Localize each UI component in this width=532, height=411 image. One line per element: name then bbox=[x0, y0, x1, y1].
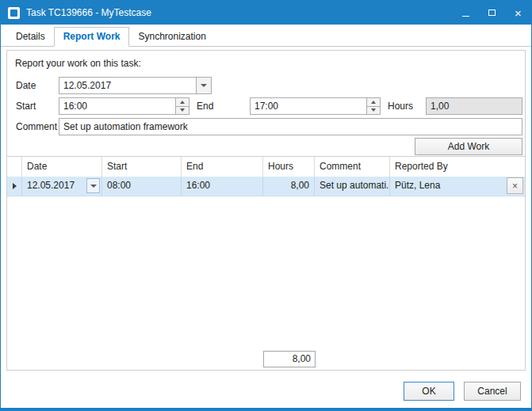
start-spin-buttons bbox=[175, 98, 189, 114]
tab-details[interactable]: Details bbox=[7, 28, 54, 46]
window-title: Task TC139666 - MyTestcase bbox=[26, 7, 151, 18]
grid-header: Date Start End Hours Comment Reported By bbox=[7, 157, 525, 177]
hours-field bbox=[426, 97, 522, 115]
spin-down-icon bbox=[180, 108, 185, 112]
comment-label: Comment bbox=[16, 121, 57, 132]
date-input[interactable] bbox=[59, 78, 196, 93]
start-spin-down[interactable] bbox=[176, 106, 189, 115]
hours-label: Hours bbox=[388, 101, 413, 112]
spin-up-icon bbox=[371, 101, 376, 104]
end-spin-up[interactable] bbox=[367, 98, 380, 106]
column-header-start[interactable]: Start bbox=[102, 157, 182, 177]
row-date-dropdown-button[interactable] bbox=[86, 178, 100, 193]
close-button[interactable]: × bbox=[505, 1, 531, 25]
minimize-icon bbox=[462, 16, 469, 17]
column-header-end[interactable]: End bbox=[182, 157, 263, 177]
end-spin-down[interactable] bbox=[367, 106, 380, 115]
cell-date-value: 12.05.2017 bbox=[27, 180, 75, 191]
spin-up-icon bbox=[180, 101, 185, 104]
end-input[interactable] bbox=[251, 98, 366, 114]
cancel-button[interactable]: Cancel bbox=[464, 382, 521, 401]
maximize-button[interactable] bbox=[479, 1, 505, 25]
cell-reported-by-value: Pütz, Lena bbox=[395, 180, 440, 191]
end-label: End bbox=[197, 101, 213, 112]
date-dropdown-button[interactable] bbox=[196, 78, 211, 93]
tab-strip: Details Report Work Synchronization bbox=[1, 25, 531, 47]
titlebar: Task TC139666 - MyTestcase × bbox=[1, 1, 531, 25]
maximize-icon bbox=[488, 10, 496, 16]
cell-start: 08:00 bbox=[102, 177, 182, 196]
end-spin-buttons bbox=[366, 98, 380, 114]
summary-hours-total: 8,00 bbox=[263, 351, 316, 367]
minimize-button[interactable] bbox=[453, 1, 479, 25]
column-header-reported-by[interactable]: Reported By bbox=[390, 157, 525, 177]
report-work-panel: Report your work on this task: Date Star… bbox=[6, 50, 526, 157]
ok-button[interactable]: OK bbox=[404, 382, 454, 401]
start-spin-up[interactable] bbox=[176, 98, 189, 106]
row-indicator-header bbox=[7, 157, 22, 177]
end-spinner bbox=[250, 97, 381, 115]
work-grid: Date Start End Hours Comment Reported By… bbox=[6, 157, 526, 371]
task-dialog: Task TC139666 - MyTestcase × Details Rep… bbox=[0, 0, 532, 411]
date-label: Date bbox=[16, 80, 36, 91]
close-icon: × bbox=[515, 7, 522, 19]
add-work-button[interactable]: Add Work bbox=[415, 138, 522, 155]
cell-reported-by: Pütz, Lena × bbox=[390, 177, 525, 196]
row-arrow-icon bbox=[13, 183, 17, 189]
row-indicator bbox=[7, 177, 22, 196]
start-input[interactable] bbox=[59, 98, 175, 114]
chevron-down-icon bbox=[90, 185, 97, 188]
window-controls: × bbox=[453, 1, 531, 25]
app-icon bbox=[8, 7, 20, 19]
cell-comment: Set up automati... bbox=[315, 177, 390, 196]
cell-date: 12.05.2017 bbox=[22, 177, 102, 196]
delete-row-button[interactable]: × bbox=[507, 177, 523, 194]
spin-down-icon bbox=[371, 108, 376, 112]
tab-synchronization[interactable]: Synchronization bbox=[129, 28, 214, 46]
grid-summary-footer: 8,00 bbox=[7, 349, 525, 370]
hours-input bbox=[427, 98, 522, 114]
cell-hours: 8,00 bbox=[263, 177, 315, 196]
start-label: Start bbox=[16, 101, 36, 112]
column-header-comment[interactable]: Comment bbox=[315, 157, 390, 177]
close-icon: × bbox=[512, 181, 518, 191]
start-spinner bbox=[59, 97, 189, 115]
cell-end: 16:00 bbox=[182, 177, 263, 196]
comment-fieldbox bbox=[59, 118, 522, 135]
chevron-down-icon bbox=[201, 84, 207, 87]
column-header-hours[interactable]: Hours bbox=[263, 157, 315, 177]
column-header-date[interactable]: Date bbox=[22, 157, 102, 177]
table-row[interactable]: 12.05.2017 08:00 16:00 8,00 Set up autom… bbox=[7, 177, 525, 196]
instruction-text: Report your work on this task: bbox=[15, 58, 141, 69]
tab-report-work[interactable]: Report Work bbox=[54, 27, 130, 47]
date-combobox bbox=[59, 77, 212, 94]
comment-input[interactable] bbox=[59, 119, 522, 135]
